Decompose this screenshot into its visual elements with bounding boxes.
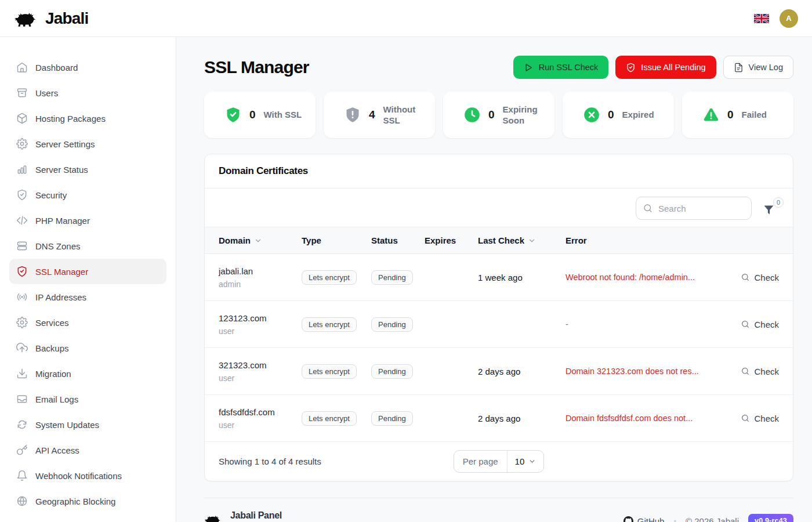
column-header-type: Type <box>302 235 371 245</box>
sidebar-item-webhook-notifications[interactable]: Webhook Notifications <box>9 463 166 488</box>
sidebar-item-geographic-blocking[interactable]: Geographic Blocking <box>9 488 166 514</box>
broadcast-icon <box>16 291 28 303</box>
sidebar-item-dns-zones[interactable]: DNS Zones <box>9 233 166 259</box>
domain-owner: user <box>219 327 302 336</box>
stat-count: 0 <box>488 108 495 121</box>
filter-button[interactable]: 0 <box>763 201 779 216</box>
check-label: Check <box>754 320 779 329</box>
sidebar-item-ip-addresses[interactable]: IP Addresses <box>9 284 166 310</box>
shield-check-icon <box>225 107 241 123</box>
home-icon <box>16 61 28 73</box>
check-button[interactable]: Check <box>741 414 779 423</box>
run-ssl-check-label: Run SSL Check <box>539 63 599 72</box>
stat-card-without-ssl: 4 Without SSL <box>324 92 435 138</box>
stats-row: 0 With SSL 4 Without SSL 0 Expiring Soon… <box>204 92 793 138</box>
shield-alert-icon <box>345 107 361 123</box>
column-label: Type <box>302 235 321 245</box>
issue-all-pending-label: Issue All Pending <box>641 63 705 72</box>
magnifier-icon <box>741 367 750 376</box>
column-label: Error <box>566 235 587 245</box>
site-footer: Jabali Panel Web Hosting Control Panel G… <box>204 498 793 522</box>
sidebar-item-users[interactable]: Users <box>9 80 166 106</box>
boar-logo-icon <box>14 8 41 29</box>
view-log-button[interactable]: View Log <box>723 56 793 79</box>
chevron-down-icon <box>528 458 536 465</box>
gear-icon <box>16 138 28 150</box>
sidebar-item-backups[interactable]: Backups <box>9 335 166 361</box>
inbox-icon <box>16 393 28 405</box>
sidebar-item-label: Security <box>35 190 67 200</box>
sidebar-item-migration[interactable]: Migration <box>9 361 166 386</box>
status-badge: Pending <box>371 317 413 332</box>
sidebar-item-ssl-manager[interactable]: SSL Manager <box>9 259 166 284</box>
column-label: Expires <box>425 235 456 245</box>
server-icon <box>16 240 28 252</box>
refresh-icon <box>16 419 28 430</box>
sidebar-item-label: DNS Zones <box>35 241 81 251</box>
stat-label: With SSL <box>264 109 302 121</box>
sidebar-item-label: Backups <box>35 343 69 353</box>
magnifier-icon <box>741 414 750 423</box>
type-badge: Lets encrypt <box>302 270 357 285</box>
sidebar-item-email-logs[interactable]: Email Logs <box>9 386 166 412</box>
issue-all-pending-button[interactable]: Issue All Pending <box>615 56 716 79</box>
copyright-text: © 2026 Jabali <box>686 516 739 522</box>
check-button[interactable]: Check <box>741 367 779 376</box>
sidebar-item-server-status[interactable]: Server Status <box>9 157 166 182</box>
bell-icon <box>16 470 28 481</box>
warning-triangle-icon <box>703 107 719 123</box>
last-check-value: 2 days ago <box>478 414 566 423</box>
sidebar-item-label: PHP Manager <box>35 216 90 226</box>
column-header-expires: Expires <box>425 235 478 245</box>
sidebar-item-services[interactable]: Services <box>9 310 166 335</box>
sidebar-item-api-access[interactable]: API Access <box>9 437 166 463</box>
user-avatar[interactable]: A <box>780 9 798 28</box>
check-label: Check <box>754 367 779 376</box>
sidebar-item-dashboard[interactable]: Dashboard <box>9 55 166 80</box>
sidebar-item-system-updates[interactable]: System Updates <box>9 412 166 437</box>
brand-name: Jabali <box>45 9 89 28</box>
column-header-domain[interactable]: Domain <box>219 235 302 245</box>
per-page-label: Per page <box>454 451 507 472</box>
column-header-last-check[interactable]: Last Check <box>478 235 566 245</box>
document-icon <box>734 63 744 72</box>
domain-owner: admin <box>219 280 302 289</box>
sidebar-item-security[interactable]: Security <box>9 182 166 208</box>
check-button[interactable]: Check <box>741 273 779 282</box>
funnel-icon <box>763 204 774 215</box>
brand-logo[interactable]: Jabali <box>14 8 89 29</box>
sidebar-item-label: Webhook Notifications <box>35 471 122 481</box>
main-content: SSL Manager Run SSL Check Issue All Pend… <box>176 37 812 522</box>
check-button[interactable]: Check <box>741 320 779 329</box>
table-row: 123123.com user Lets encrypt Pending - C… <box>205 301 793 348</box>
table-row: 321323.com user Lets encrypt Pending 2 d… <box>205 348 793 395</box>
stat-card-with-ssl: 0 With SSL <box>204 92 316 138</box>
run-ssl-check-button[interactable]: Run SSL Check <box>513 56 609 79</box>
search-input[interactable] <box>636 197 752 220</box>
stat-count: 4 <box>369 108 375 121</box>
type-badge: Lets encrypt <box>302 411 357 426</box>
sidebar-item-label: IP Addresses <box>35 292 86 302</box>
sidebar-item-server-settings[interactable]: Server Settings <box>9 131 166 157</box>
github-icon <box>624 516 633 522</box>
key-icon <box>16 444 28 456</box>
chevron-down-icon <box>254 237 262 245</box>
page-title: SSL Manager <box>204 57 309 77</box>
column-header-error: Error <box>566 235 723 245</box>
error-message: Domain 321323.com does not res... <box>566 367 723 376</box>
magnifier-icon <box>741 320 750 329</box>
last-check-value: 1 week ago <box>478 273 566 282</box>
stat-label: Expired <box>622 109 654 121</box>
sidebar-item-hosting-packages[interactable]: Hosting Packages <box>9 106 166 131</box>
package-icon <box>16 113 28 124</box>
sidebar-item-label: Email Logs <box>35 394 78 404</box>
magnifier-icon <box>741 273 750 282</box>
archive-icon <box>16 87 28 99</box>
per-page-select[interactable]: Per page 10 <box>454 450 545 473</box>
language-flag-icon[interactable] <box>754 13 769 24</box>
search-icon <box>643 203 653 213</box>
sidebar-item-php-manager[interactable]: PHP Manager <box>9 208 166 233</box>
github-link[interactable]: GitHub <box>624 516 665 522</box>
domain-name: 123123.com <box>219 313 302 323</box>
clock-icon <box>464 107 480 123</box>
